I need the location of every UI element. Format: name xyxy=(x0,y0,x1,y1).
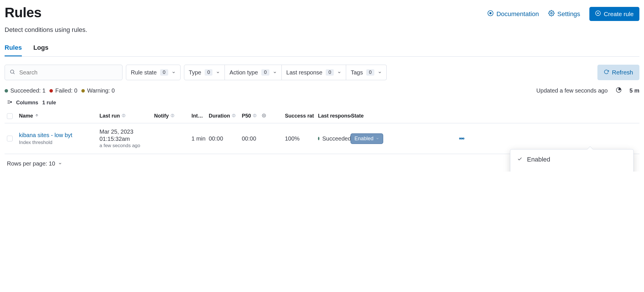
help-icon[interactable] xyxy=(253,113,257,119)
filter-action-type[interactable]: Action type 0 xyxy=(225,65,281,80)
rule-name-link[interactable]: kibana sites - low byt xyxy=(19,132,99,139)
svg-rect-25 xyxy=(459,138,461,139)
col-success-ratio[interactable]: Success rat xyxy=(285,113,318,119)
chevron-down-icon xyxy=(58,160,62,167)
col-last-response[interactable]: Last response xyxy=(318,113,351,119)
rule-type: Index threshold xyxy=(19,140,99,145)
refresh-interval[interactable]: 5 m xyxy=(630,87,639,94)
col-last-run[interactable]: Last run xyxy=(99,113,154,119)
succeeded-dot xyxy=(318,137,319,140)
svg-point-23 xyxy=(255,116,255,116)
check-icon xyxy=(517,156,522,163)
chevron-down-icon xyxy=(216,69,220,76)
help-icon[interactable] xyxy=(122,113,126,119)
help-icon[interactable] xyxy=(232,113,236,119)
chevron-down-icon xyxy=(172,69,176,76)
state-badge[interactable]: Enabled xyxy=(351,134,383,143)
svg-point-17 xyxy=(124,116,124,116)
help-icon[interactable] xyxy=(170,113,175,119)
svg-point-21 xyxy=(234,116,234,116)
interval-cell: 1 min xyxy=(191,134,209,143)
failed-label: Failed: 0 xyxy=(55,87,77,94)
last-response-cell: Succeeded xyxy=(318,135,351,142)
documentation-link[interactable]: Documentation xyxy=(487,10,539,18)
failed-dot xyxy=(49,89,53,93)
p50-cell: 00:00 xyxy=(242,135,285,142)
popover-item-disabled[interactable]: Disabled xyxy=(510,167,633,172)
documentation-icon xyxy=(487,10,494,18)
row-actions-button[interactable] xyxy=(449,135,475,142)
filter-last-response-count: 0 xyxy=(326,69,334,76)
table-row: kibana sites - low byt Index threshold M… xyxy=(5,123,639,154)
filter-action-type-count: 0 xyxy=(261,69,269,76)
col-name[interactable]: Name xyxy=(19,113,99,119)
filter-type-label: Type xyxy=(189,69,201,76)
clock-icon[interactable] xyxy=(616,87,622,94)
filter-last-response-label: Last response xyxy=(286,69,323,76)
settings-label: Settings xyxy=(557,10,580,18)
state-popover: Enabled Disabled xyxy=(510,149,634,172)
col-p50[interactable]: P50 xyxy=(242,113,285,119)
filter-action-type-label: Action type xyxy=(229,69,258,76)
tab-logs[interactable]: Logs xyxy=(33,44,49,56)
updated-text: Updated a few seconds ago xyxy=(536,87,608,94)
filter-rule-state[interactable]: Rule state 0 xyxy=(126,65,181,80)
gear-icon xyxy=(548,10,555,18)
chevron-down-icon xyxy=(337,69,341,76)
refresh-button[interactable]: Refresh xyxy=(597,65,639,80)
create-rule-button[interactable]: Create rule xyxy=(589,7,639,21)
search-box[interactable] xyxy=(5,65,122,80)
sort-asc-icon xyxy=(35,113,39,119)
last-run-date: Mar 25, 2023 xyxy=(99,128,154,135)
columns-icon[interactable] xyxy=(7,99,12,106)
filter-type-count: 0 xyxy=(205,69,212,76)
col-state[interactable]: State xyxy=(351,113,400,119)
svg-point-6 xyxy=(10,70,14,73)
svg-point-2 xyxy=(551,12,552,14)
svg-line-7 xyxy=(14,73,15,74)
popover-item-enabled[interactable]: Enabled xyxy=(510,152,633,167)
success-ratio-cell: 100% xyxy=(285,135,318,142)
filter-rule-state-label: Rule state xyxy=(131,69,157,76)
succeeded-label: Succeeded: 1 xyxy=(10,87,45,94)
succeeded-dot xyxy=(5,89,8,93)
tabs: Rules Logs xyxy=(5,44,639,57)
search-icon xyxy=(9,69,19,76)
last-run-time: 01:15:32am xyxy=(99,136,154,142)
search-input[interactable] xyxy=(19,69,118,76)
filter-tags-count: 0 xyxy=(366,69,374,76)
page-description: Detect conditions using rules. xyxy=(5,26,639,34)
col-duration[interactable]: Duration xyxy=(209,113,242,119)
columns-button[interactable]: Columns xyxy=(16,100,38,106)
filter-tags-label: Tags xyxy=(351,69,363,76)
svg-rect-27 xyxy=(463,138,464,139)
gear-icon[interactable] xyxy=(262,113,266,119)
status-counts: Succeeded: 1 Failed: 0 Warning: 0 xyxy=(5,87,115,94)
tab-rules[interactable]: Rules xyxy=(5,44,22,56)
svg-point-1 xyxy=(489,12,491,14)
chevron-down-icon xyxy=(273,69,277,76)
refresh-label: Refresh xyxy=(612,69,633,76)
filter-last-response[interactable]: Last response 0 xyxy=(282,65,346,80)
warning-dot xyxy=(81,89,85,93)
warning-label: Warning: 0 xyxy=(87,87,115,94)
col-notify[interactable]: Notify xyxy=(154,113,191,119)
refresh-icon xyxy=(604,69,609,76)
filter-tags[interactable]: Tags 0 xyxy=(346,65,387,80)
rule-count: 1 rule xyxy=(42,100,56,106)
chevron-down-icon xyxy=(376,136,379,142)
col-interval[interactable]: Int… xyxy=(191,113,209,119)
page-title: Rules xyxy=(5,5,41,20)
rules-table: Name Last run Notify Int… Duration P50 S… xyxy=(5,109,639,154)
svg-point-24 xyxy=(263,115,264,116)
svg-point-19 xyxy=(172,116,173,116)
select-all-checkbox[interactable] xyxy=(7,113,13,119)
row-checkbox[interactable] xyxy=(7,136,13,141)
svg-rect-26 xyxy=(461,138,462,139)
documentation-label: Documentation xyxy=(497,10,539,18)
last-run-relative: a few seconds ago xyxy=(99,143,154,149)
filter-type[interactable]: Type 0 xyxy=(184,65,225,80)
settings-link[interactable]: Settings xyxy=(548,10,580,18)
duration-cell: 00:00 xyxy=(209,135,242,142)
plus-circle-icon xyxy=(595,10,601,18)
